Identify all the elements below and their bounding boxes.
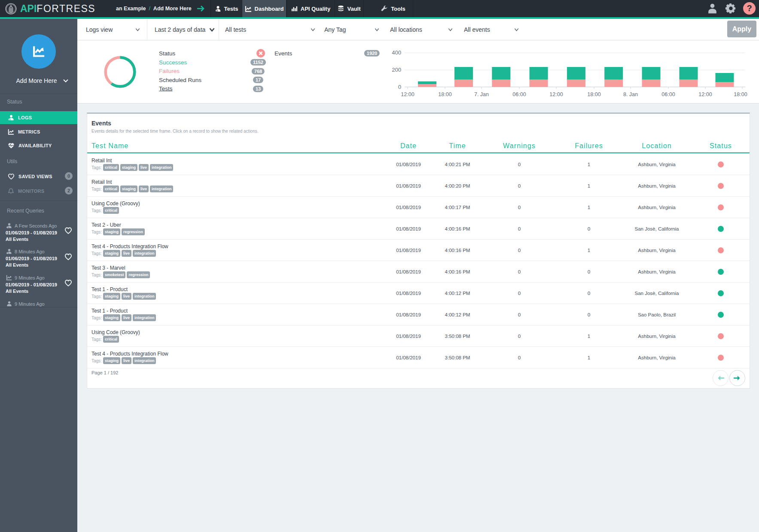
svg-text:0: 0 [398,84,401,90]
svg-text:18:00: 18:00 [734,91,747,97]
svg-text:18:00: 18:00 [438,91,451,97]
svg-text:12:00: 12:00 [401,91,414,97]
svg-text:06:00: 06:00 [512,91,526,97]
svg-text:12:00: 12:00 [549,91,563,97]
svg-text:400: 400 [392,49,401,56]
svg-text:7. Jan: 7. Jan [474,91,489,97]
svg-text:8. Jan: 8. Jan [623,91,638,97]
svg-text:06:00: 06:00 [661,91,675,97]
svg-text:200: 200 [392,67,401,73]
svg-text:12:00: 12:00 [698,91,712,97]
svg-text:18:00: 18:00 [587,91,600,97]
